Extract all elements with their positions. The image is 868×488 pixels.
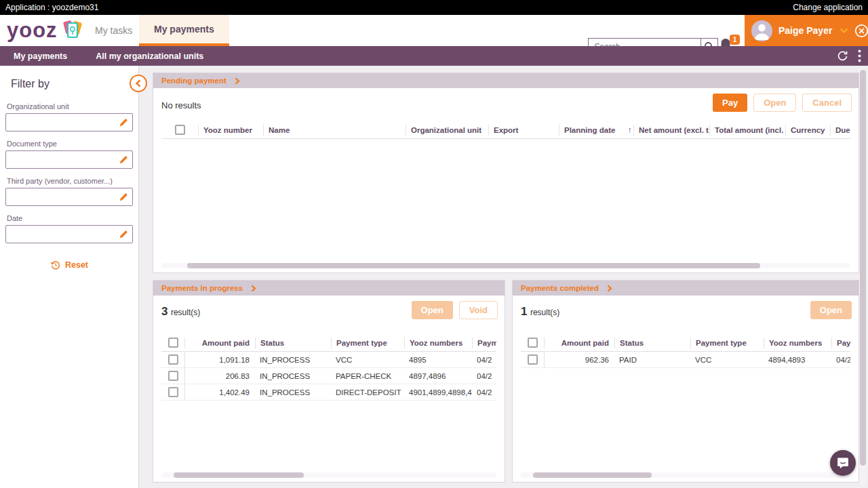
application-name-label: Application : yoozdemo31 <box>5 3 98 12</box>
reset-filters-button[interactable]: Reset <box>0 260 138 270</box>
column-organizational-unit[interactable]: Organizational unit <box>406 125 488 136</box>
row-checkbox[interactable] <box>528 354 538 365</box>
column-export[interactable]: Export <box>488 125 559 136</box>
table-row[interactable]: 1,402.49 IN_PROCESS DIRECT-DEPOSIT 4901,… <box>161 384 496 401</box>
chat-bubble-icon <box>836 456 850 470</box>
column-due-date[interactable]: Due date <box>830 125 850 136</box>
edit-pencil-icon[interactable] <box>119 192 129 202</box>
payments-in-progress-header[interactable]: Payments in progress <box>153 281 505 296</box>
column-payment-date[interactable]: Payme <box>472 338 496 348</box>
pay-button[interactable]: Pay <box>713 94 747 112</box>
application-window: Application : yoozdemo31 Change applicat… <box>0 0 868 488</box>
cancel-button[interactable]: Cancel <box>802 94 852 112</box>
column-yooz-numbers[interactable]: Yooz numbers <box>404 338 472 348</box>
filter-label: Third party (vendor, customer...) <box>7 177 133 185</box>
payment-type-value: VCC <box>690 356 764 364</box>
document-type-input[interactable] <box>5 150 133 169</box>
table-row[interactable]: 962.36 PAID VCC 4894,4893 04/2 <box>521 352 850 368</box>
amount-paid-value: 962.36 <box>544 352 614 367</box>
result-count: 3 <box>161 305 167 318</box>
column-name[interactable]: Name <box>263 125 406 136</box>
user-menu[interactable]: Paige Payer <box>745 15 868 46</box>
chat-widget-button[interactable] <box>830 450 856 476</box>
pending-table-header: Yooz number Name Organizational unit Exp… <box>161 121 850 139</box>
date-input[interactable] <box>5 225 133 243</box>
subnav-all-organizational-units[interactable]: All my organizational units <box>96 52 203 61</box>
pending-payment-panel: Pending payment No results Pay Open Canc… <box>153 73 859 273</box>
change-application-link[interactable]: Change application <box>793 3 863 12</box>
select-all-checkbox[interactable] <box>168 338 178 348</box>
column-yooz-numbers[interactable]: Yooz numbers <box>764 338 831 348</box>
filter-field-organizational-unit: Organizational unit <box>5 102 133 131</box>
yooz-logo[interactable]: yooz <box>7 17 85 44</box>
status-value: IN_PROCESS <box>255 356 331 364</box>
payments-completed-panel: Payments completed 1 result(s) Open Amou… <box>512 280 859 483</box>
row-checkbox[interactable] <box>168 354 178 365</box>
edit-pencil-icon[interactable] <box>119 229 129 239</box>
column-planning-date[interactable]: Planning date ↑ <box>559 125 633 136</box>
kebab-menu-button[interactable] <box>858 49 861 62</box>
status-value: PAID <box>614 356 690 364</box>
status-value: IN_PROCESS <box>255 388 331 396</box>
column-planning-date-label: Planning date <box>564 125 615 136</box>
sidebar-collapse-button[interactable] <box>130 75 147 92</box>
edit-pencil-icon[interactable] <box>119 155 129 165</box>
column-amount-paid[interactable]: Amount paid <box>184 338 255 348</box>
top-application-bar: Application : yoozdemo31 Change applicat… <box>0 0 868 15</box>
table-row[interactable]: 1,091.18 IN_PROCESS VCC 4895 04/2 <box>161 352 496 368</box>
pending-payment-header[interactable]: Pending payment <box>153 73 859 88</box>
select-all-checkbox[interactable] <box>528 338 538 348</box>
payments-in-progress-panel: Payments in progress 3 result(s) Open Vo… <box>153 280 505 483</box>
column-amount-paid[interactable]: Amount paid <box>544 338 614 348</box>
column-yooz-number[interactable]: Yooz number <box>198 125 263 136</box>
payment-date-value: 04/2 <box>472 372 496 380</box>
completed-table-header: Amount paid Status Payment type Yooz num… <box>521 334 850 352</box>
void-button[interactable]: Void <box>459 301 498 319</box>
payment-type-value: VCC <box>331 356 404 364</box>
open-button[interactable]: Open <box>810 301 852 319</box>
edit-pencil-icon[interactable] <box>119 117 129 127</box>
result-count-label: result(s) <box>530 308 559 317</box>
row-checkbox[interactable] <box>168 387 178 397</box>
pending-horizontal-scrollbar[interactable] <box>161 263 850 268</box>
table-row[interactable]: 206.83 IN_PROCESS PAPER-CHECK 4897,4896 … <box>161 368 496 384</box>
completed-horizontal-scrollbar[interactable] <box>521 472 850 478</box>
column-status[interactable]: Status <box>255 338 331 348</box>
payment-type-value: DIRECT-DEPOSIT <box>331 388 404 396</box>
column-currency[interactable]: Currency <box>785 125 830 136</box>
filter-label: Document type <box>7 140 133 148</box>
filter-sidebar: Filter by Organizational unit Document t… <box>0 66 139 488</box>
amount-paid-value: 1,402.49 <box>184 384 255 400</box>
subnav-bar: My payments All my organizational units <box>0 46 868 66</box>
open-button[interactable]: Open <box>753 94 796 112</box>
column-net-amount[interactable]: Net amount (excl. t... <box>633 125 709 136</box>
payments-completed-header[interactable]: Payments completed <box>513 281 859 296</box>
filter-field-third-party: Third party (vendor, customer...) <box>5 177 133 206</box>
reset-label: Reset <box>65 260 88 270</box>
filter-field-document-type: Document type <box>5 140 133 169</box>
page-vertical-scrollbar[interactable] <box>859 67 867 486</box>
main-header: yooz My tasks My payments <box>0 15 868 46</box>
row-checkbox[interactable] <box>168 371 178 381</box>
third-party-input[interactable] <box>5 188 133 206</box>
tab-my-payments[interactable]: My payments <box>139 15 229 46</box>
column-payment-type[interactable]: Payment type <box>331 338 404 348</box>
open-button[interactable]: Open <box>412 301 453 319</box>
status-value: IN_PROCESS <box>255 372 331 380</box>
organizational-unit-input[interactable] <box>5 113 133 131</box>
column-total-amount[interactable]: Total amount (incl. ... <box>709 125 785 136</box>
sort-ascending-icon[interactable]: ↑ <box>627 125 631 136</box>
in-progress-horizontal-scrollbar[interactable] <box>161 472 496 478</box>
column-payment-date[interactable]: Payme <box>831 338 850 348</box>
subnav-my-payments[interactable]: My payments <box>14 52 67 61</box>
tab-my-tasks[interactable]: My tasks <box>80 15 147 46</box>
avatar <box>751 20 772 41</box>
logout-close-button[interactable] <box>854 24 868 38</box>
column-payment-type[interactable]: Payment type <box>690 338 764 348</box>
select-all-checkbox[interactable] <box>175 125 185 135</box>
pending-payment-title: Pending payment <box>161 77 226 85</box>
column-status[interactable]: Status <box>614 338 690 348</box>
refresh-button[interactable] <box>837 50 848 62</box>
result-count: 1 <box>521 305 527 318</box>
user-name: Paige Payer <box>778 25 832 36</box>
